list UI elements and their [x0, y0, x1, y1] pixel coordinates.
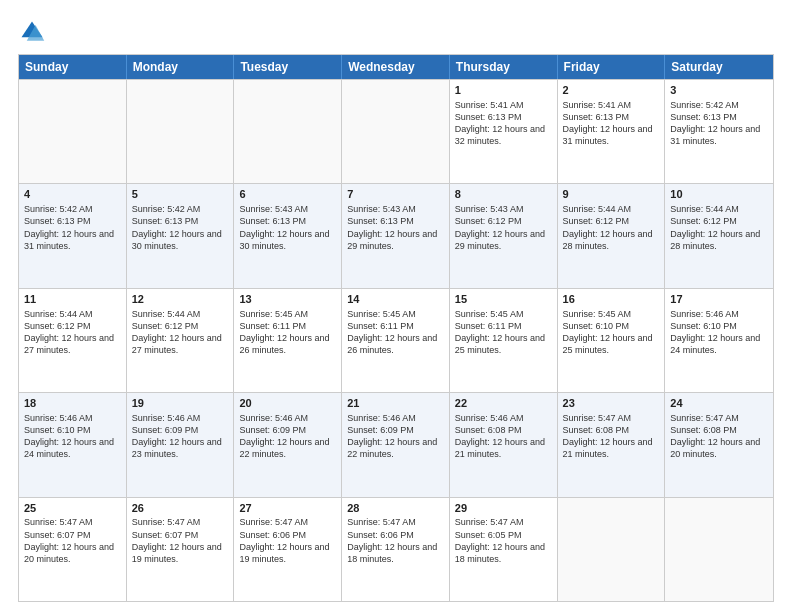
day-cell-9: 9Sunrise: 5:44 AMSunset: 6:12 PMDaylight… — [558, 184, 666, 287]
day-info: Sunrise: 5:44 AMSunset: 6:12 PMDaylight:… — [670, 203, 768, 252]
day-number: 26 — [132, 501, 229, 516]
empty-cell — [342, 80, 450, 183]
header — [18, 18, 774, 46]
day-number: 6 — [239, 187, 336, 202]
calendar-row-5: 25Sunrise: 5:47 AMSunset: 6:07 PMDayligh… — [19, 497, 773, 601]
day-cell-3: 3Sunrise: 5:42 AMSunset: 6:13 PMDaylight… — [665, 80, 773, 183]
logo-icon — [18, 18, 46, 46]
day-info: Sunrise: 5:47 AMSunset: 6:06 PMDaylight:… — [347, 516, 444, 565]
day-cell-26: 26Sunrise: 5:47 AMSunset: 6:07 PMDayligh… — [127, 498, 235, 601]
day-info: Sunrise: 5:42 AMSunset: 6:13 PMDaylight:… — [24, 203, 121, 252]
day-cell-22: 22Sunrise: 5:46 AMSunset: 6:08 PMDayligh… — [450, 393, 558, 496]
day-number: 11 — [24, 292, 121, 307]
day-info: Sunrise: 5:46 AMSunset: 6:08 PMDaylight:… — [455, 412, 552, 461]
calendar-row-2: 4Sunrise: 5:42 AMSunset: 6:13 PMDaylight… — [19, 183, 773, 287]
weekday-header-sunday: Sunday — [19, 55, 127, 79]
day-number: 1 — [455, 83, 552, 98]
empty-cell — [665, 498, 773, 601]
day-info: Sunrise: 5:41 AMSunset: 6:13 PMDaylight:… — [563, 99, 660, 148]
day-info: Sunrise: 5:45 AMSunset: 6:10 PMDaylight:… — [563, 308, 660, 357]
weekday-header-saturday: Saturday — [665, 55, 773, 79]
day-number: 20 — [239, 396, 336, 411]
day-cell-5: 5Sunrise: 5:42 AMSunset: 6:13 PMDaylight… — [127, 184, 235, 287]
weekday-header-tuesday: Tuesday — [234, 55, 342, 79]
page: SundayMondayTuesdayWednesdayThursdayFrid… — [0, 0, 792, 612]
day-cell-28: 28Sunrise: 5:47 AMSunset: 6:06 PMDayligh… — [342, 498, 450, 601]
day-info: Sunrise: 5:45 AMSunset: 6:11 PMDaylight:… — [455, 308, 552, 357]
weekday-header-monday: Monday — [127, 55, 235, 79]
day-number: 2 — [563, 83, 660, 98]
day-cell-14: 14Sunrise: 5:45 AMSunset: 6:11 PMDayligh… — [342, 289, 450, 392]
day-cell-25: 25Sunrise: 5:47 AMSunset: 6:07 PMDayligh… — [19, 498, 127, 601]
day-number: 7 — [347, 187, 444, 202]
day-cell-21: 21Sunrise: 5:46 AMSunset: 6:09 PMDayligh… — [342, 393, 450, 496]
day-cell-24: 24Sunrise: 5:47 AMSunset: 6:08 PMDayligh… — [665, 393, 773, 496]
day-number: 10 — [670, 187, 768, 202]
day-number: 5 — [132, 187, 229, 202]
weekday-header-wednesday: Wednesday — [342, 55, 450, 79]
day-cell-10: 10Sunrise: 5:44 AMSunset: 6:12 PMDayligh… — [665, 184, 773, 287]
day-cell-12: 12Sunrise: 5:44 AMSunset: 6:12 PMDayligh… — [127, 289, 235, 392]
day-number: 15 — [455, 292, 552, 307]
day-info: Sunrise: 5:46 AMSunset: 6:09 PMDaylight:… — [239, 412, 336, 461]
day-number: 28 — [347, 501, 444, 516]
day-number: 4 — [24, 187, 121, 202]
day-cell-23: 23Sunrise: 5:47 AMSunset: 6:08 PMDayligh… — [558, 393, 666, 496]
day-cell-15: 15Sunrise: 5:45 AMSunset: 6:11 PMDayligh… — [450, 289, 558, 392]
day-number: 19 — [132, 396, 229, 411]
day-cell-29: 29Sunrise: 5:47 AMSunset: 6:05 PMDayligh… — [450, 498, 558, 601]
day-info: Sunrise: 5:42 AMSunset: 6:13 PMDaylight:… — [132, 203, 229, 252]
day-number: 17 — [670, 292, 768, 307]
day-number: 13 — [239, 292, 336, 307]
day-cell-1: 1Sunrise: 5:41 AMSunset: 6:13 PMDaylight… — [450, 80, 558, 183]
day-cell-19: 19Sunrise: 5:46 AMSunset: 6:09 PMDayligh… — [127, 393, 235, 496]
day-cell-27: 27Sunrise: 5:47 AMSunset: 6:06 PMDayligh… — [234, 498, 342, 601]
day-number: 23 — [563, 396, 660, 411]
empty-cell — [127, 80, 235, 183]
calendar-header-row: SundayMondayTuesdayWednesdayThursdayFrid… — [19, 55, 773, 79]
day-cell-7: 7Sunrise: 5:43 AMSunset: 6:13 PMDaylight… — [342, 184, 450, 287]
empty-cell — [234, 80, 342, 183]
day-info: Sunrise: 5:46 AMSunset: 6:09 PMDaylight:… — [132, 412, 229, 461]
day-number: 3 — [670, 83, 768, 98]
day-cell-16: 16Sunrise: 5:45 AMSunset: 6:10 PMDayligh… — [558, 289, 666, 392]
empty-cell — [558, 498, 666, 601]
day-number: 8 — [455, 187, 552, 202]
day-cell-6: 6Sunrise: 5:43 AMSunset: 6:13 PMDaylight… — [234, 184, 342, 287]
day-info: Sunrise: 5:43 AMSunset: 6:12 PMDaylight:… — [455, 203, 552, 252]
day-number: 12 — [132, 292, 229, 307]
day-info: Sunrise: 5:46 AMSunset: 6:09 PMDaylight:… — [347, 412, 444, 461]
day-number: 22 — [455, 396, 552, 411]
day-number: 25 — [24, 501, 121, 516]
day-cell-11: 11Sunrise: 5:44 AMSunset: 6:12 PMDayligh… — [19, 289, 127, 392]
day-info: Sunrise: 5:45 AMSunset: 6:11 PMDaylight:… — [347, 308, 444, 357]
day-info: Sunrise: 5:44 AMSunset: 6:12 PMDaylight:… — [132, 308, 229, 357]
day-info: Sunrise: 5:43 AMSunset: 6:13 PMDaylight:… — [347, 203, 444, 252]
day-info: Sunrise: 5:47 AMSunset: 6:06 PMDaylight:… — [239, 516, 336, 565]
day-info: Sunrise: 5:47 AMSunset: 6:05 PMDaylight:… — [455, 516, 552, 565]
weekday-header-friday: Friday — [558, 55, 666, 79]
day-info: Sunrise: 5:42 AMSunset: 6:13 PMDaylight:… — [670, 99, 768, 148]
day-info: Sunrise: 5:44 AMSunset: 6:12 PMDaylight:… — [24, 308, 121, 357]
day-number: 21 — [347, 396, 444, 411]
day-number: 24 — [670, 396, 768, 411]
day-info: Sunrise: 5:47 AMSunset: 6:08 PMDaylight:… — [670, 412, 768, 461]
day-number: 18 — [24, 396, 121, 411]
day-info: Sunrise: 5:47 AMSunset: 6:08 PMDaylight:… — [563, 412, 660, 461]
calendar-row-4: 18Sunrise: 5:46 AMSunset: 6:10 PMDayligh… — [19, 392, 773, 496]
day-info: Sunrise: 5:41 AMSunset: 6:13 PMDaylight:… — [455, 99, 552, 148]
calendar-body: 1Sunrise: 5:41 AMSunset: 6:13 PMDaylight… — [19, 79, 773, 601]
day-number: 14 — [347, 292, 444, 307]
day-cell-17: 17Sunrise: 5:46 AMSunset: 6:10 PMDayligh… — [665, 289, 773, 392]
day-cell-18: 18Sunrise: 5:46 AMSunset: 6:10 PMDayligh… — [19, 393, 127, 496]
day-number: 27 — [239, 501, 336, 516]
day-number: 9 — [563, 187, 660, 202]
day-info: Sunrise: 5:47 AMSunset: 6:07 PMDaylight:… — [132, 516, 229, 565]
day-cell-13: 13Sunrise: 5:45 AMSunset: 6:11 PMDayligh… — [234, 289, 342, 392]
day-number: 29 — [455, 501, 552, 516]
calendar-row-1: 1Sunrise: 5:41 AMSunset: 6:13 PMDaylight… — [19, 79, 773, 183]
day-cell-20: 20Sunrise: 5:46 AMSunset: 6:09 PMDayligh… — [234, 393, 342, 496]
day-info: Sunrise: 5:43 AMSunset: 6:13 PMDaylight:… — [239, 203, 336, 252]
empty-cell — [19, 80, 127, 183]
day-info: Sunrise: 5:47 AMSunset: 6:07 PMDaylight:… — [24, 516, 121, 565]
